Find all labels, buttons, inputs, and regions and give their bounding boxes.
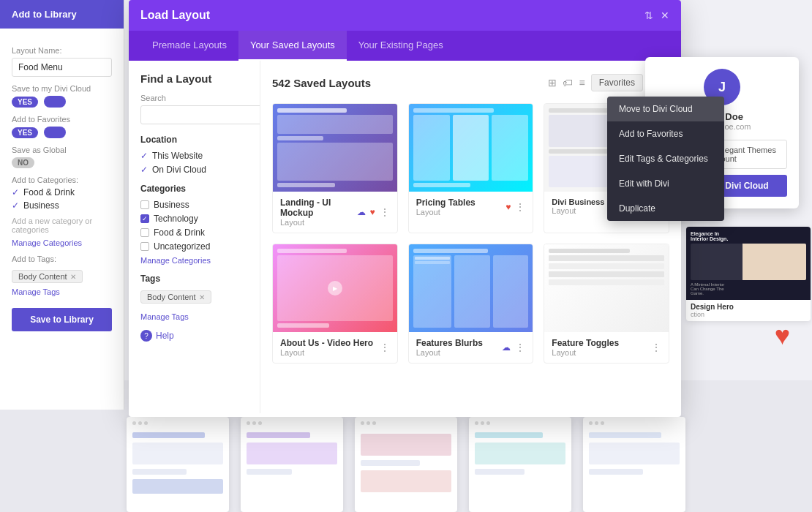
search-input[interactable] (140, 105, 260, 124)
grid-view-icon[interactable]: ⊞ (548, 77, 557, 89)
favorites-button[interactable]: Favorites (591, 74, 643, 91)
layout-card-toggles[interactable]: Feature Toggles Layout ⋮ (544, 244, 669, 364)
find-layout-title: Find a Layout (140, 72, 248, 85)
category-food-drink[interactable]: ✓ Food & Drink (12, 187, 112, 197)
modal-body: Find a Layout Search + Filter Location ✓… (129, 61, 681, 413)
check-icon-food: ✓ (12, 187, 19, 197)
user-avatar-initial: J (718, 80, 726, 95)
modal-title: Load Layout (140, 9, 210, 22)
layout-name-features: Features Blurbs (416, 338, 483, 348)
manage-tags-link[interactable]: Manage Tags (12, 287, 112, 296)
heart-icon-pricing[interactable]: ♥ (505, 202, 511, 212)
tag-filter-body-content[interactable]: Body Content ✕ (140, 290, 211, 304)
add-favorites-switch[interactable] (44, 127, 66, 138)
more-icon-about[interactable]: ⋮ (380, 342, 390, 353)
save-to-library-button[interactable]: Save to Library (12, 308, 112, 331)
layout-name-input[interactable] (12, 58, 112, 77)
manage-tags-filter-link[interactable]: Manage Tags (140, 312, 248, 321)
layout-name-landing: Landing - UI Mockup (280, 197, 357, 218)
add-favorites-label: Add to Favorites (12, 115, 112, 124)
cat-business[interactable]: Business (140, 200, 248, 210)
context-edit-divi[interactable]: Edit with Divi (607, 171, 724, 196)
more-icon-pricing[interactable]: ⋮ (515, 201, 525, 213)
layout-info-landing: Landing - UI Mockup Layout ☁ ♥ ⋮ (273, 192, 397, 233)
settings-icon[interactable]: ⇅ (644, 10, 653, 21)
modal-tabs: Premade Layouts Your Saved Layouts Your … (129, 31, 681, 61)
tag-filter-remove-icon[interactable]: ✕ (199, 293, 205, 301)
search-row: + Filter (140, 105, 248, 124)
save-global-toggle[interactable]: NO (12, 157, 34, 168)
save-cloud-switch[interactable] (44, 96, 66, 108)
layout-type-features: Layout (416, 348, 483, 357)
category-business-label: Business (23, 200, 59, 211)
save-global-label: Save as Global (12, 146, 112, 154)
help-icon: ? (140, 330, 152, 342)
context-add-favorites[interactable]: Add to Favorites (607, 121, 724, 146)
add-favorites-toggle[interactable]: YES (12, 127, 38, 138)
check-icon-cloud: ✓ (140, 165, 148, 175)
cat-food-drink[interactable]: Food & Drink (140, 227, 248, 238)
context-move-to-cloud[interactable]: Move to Divi Cloud (607, 97, 724, 121)
more-icon-landing[interactable]: ⋮ (380, 206, 390, 218)
cat-technology[interactable]: ✓ Technology (140, 214, 248, 224)
close-icon[interactable]: ✕ (661, 10, 669, 21)
tag-remove-icon[interactable]: ✕ (70, 273, 76, 281)
check-icon-website: ✓ (140, 151, 148, 161)
load-layout-modal: Load Layout ⇅ ✕ Premade Layouts Your Sav… (129, 0, 681, 417)
side-card-1[interactable]: Elegance InInterior Design. A Minimal In… (686, 227, 811, 321)
layout-info-about: About Us - Video Hero Layout ⋮ (273, 332, 397, 363)
layout-preview-pricing (409, 104, 533, 192)
add-categories-label: Add to Categories: (12, 176, 112, 184)
side-preview-1: Elegance InInterior Design. A Minimal In… (686, 227, 811, 300)
layout-card-landing[interactable]: Landing - UI Mockup Layout ☁ ♥ ⋮ (272, 103, 398, 233)
heart-icon-landing[interactable]: ♥ (370, 207, 375, 217)
save-cloud-label: Save to my Divi Cloud (12, 84, 112, 93)
tab-saved-layouts[interactable]: Your Saved Layouts (238, 31, 347, 61)
manage-categories-filter-link[interactable]: Manage Categories (140, 256, 248, 265)
layout-type-about: Layout (280, 348, 373, 357)
cat-uncategorized[interactable]: Uncategorized (140, 241, 248, 252)
help-link[interactable]: ? Help (140, 330, 248, 342)
layout-card-pricing[interactable]: Pricing Tables Layout ♥ ⋮ (408, 103, 534, 233)
location-this-website[interactable]: ✓ This Website (140, 151, 248, 161)
layout-card-features[interactable]: Features Blurbs Layout ☁ ⋮ (408, 244, 534, 364)
layout-preview-landing (273, 104, 397, 192)
layout-type-pricing: Layout (416, 208, 475, 217)
cat-food-label: Food & Drink (154, 227, 205, 238)
tags-section: Body Content ✕ (12, 269, 112, 283)
layout-name-about: About Us - Video Hero (280, 338, 373, 348)
layout-type-toggles: Layout (552, 348, 619, 357)
layouts-count: 542 Saved Layouts (272, 77, 371, 89)
modal-header-actions: ⇅ ✕ (644, 10, 669, 21)
tag-body-content[interactable]: Body Content ✕ (12, 270, 83, 283)
cat-technology-label: Technology (154, 214, 198, 224)
tag-text: Body Content (18, 272, 67, 281)
more-icon-features[interactable]: ⋮ (515, 342, 525, 353)
manage-categories-link[interactable]: Manage Categories (12, 238, 112, 247)
tab-existing-pages[interactable]: Your Existing Pages (347, 31, 455, 61)
category-business[interactable]: ✓ Business (12, 200, 112, 211)
location-title: Location (140, 135, 248, 145)
tag-view-icon[interactable]: 🏷 (563, 77, 573, 89)
context-duplicate[interactable]: Duplicate (607, 196, 724, 221)
bg-mockup-5 (583, 417, 685, 512)
cloud-icon-landing: ☁ (357, 207, 366, 217)
cloud-icon-features: ☁ (502, 342, 511, 353)
list-view-icon[interactable]: ≡ (579, 77, 584, 89)
add-to-library-panel: Add to Library Layout Name: Save to my D… (0, 0, 124, 410)
content-header: 542 Saved Layouts ⊞ 🏷 ≡ Favorites J (272, 72, 669, 93)
tab-premade-layouts[interactable]: Premade Layouts (140, 31, 238, 61)
layout-card-about[interactable]: ▶ About Us - Video Hero Layout ⋮ (272, 244, 398, 364)
location-divi-cloud[interactable]: ✓ On Divi Cloud (140, 165, 248, 175)
save-cloud-toggle[interactable]: YES (12, 97, 38, 108)
context-menu: Move to Divi Cloud Add to Favorites Edit… (607, 97, 724, 221)
bg-mockup-2 (241, 417, 343, 512)
context-edit-tags[interactable]: Edit Tags & Categories (607, 146, 724, 171)
more-icon-toggles[interactable]: ⋮ (651, 342, 661, 353)
bg-mockup-4 (469, 417, 571, 512)
cat-check-food (140, 228, 149, 237)
location-website-label: This Website (152, 151, 203, 161)
add-category-placeholder[interactable]: Add a new category or categories (12, 217, 112, 234)
search-label: Search (140, 94, 248, 102)
heart-decoration: ♥ (775, 320, 790, 351)
